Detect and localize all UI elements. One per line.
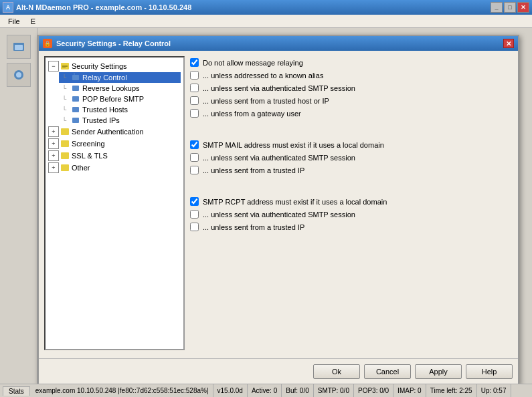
tree-icon-sender	[60, 127, 70, 136]
checkbox-trusted-ip-2[interactable]	[190, 166, 199, 174]
checkbox-smtp-mail-local[interactable]	[190, 140, 199, 149]
tree-icon-other	[60, 163, 70, 172]
tree-expander-other[interactable]: +	[48, 162, 59, 173]
checkbox-trusted-ip-3[interactable]	[190, 223, 199, 231]
status-version: v15.0.0d	[213, 384, 248, 397]
svg-rect-5	[62, 65, 68, 65]
tree-icon-trusted-hosts	[71, 105, 80, 114]
checkbox-auth-smtp-1[interactable]	[190, 84, 199, 92]
tree-item-reverse-lookups[interactable]: └ Reverse Lookups	[59, 83, 181, 94]
svg-rect-15	[61, 140, 69, 147]
sidebar-icon-2[interactable]	[7, 63, 31, 87]
tree-icon-trusted-ips	[71, 116, 80, 125]
checkbox-auth-smtp-3[interactable]	[190, 210, 199, 219]
tree-label-trusted-ips: Trusted IPs	[82, 116, 120, 124]
tree-item-relay-control[interactable]: └ Relay Control	[59, 72, 181, 83]
svg-rect-11	[72, 96, 79, 102]
svg-rect-1	[15, 45, 23, 50]
status-uptime: Up: 0:57	[477, 384, 511, 397]
dialog-content: − Security Settings └	[39, 51, 518, 358]
svg-rect-7	[62, 68, 66, 68]
section-relay: Do not allow message relaying ... unless…	[189, 56, 513, 120]
status-server-info: example.com 10.10.50.248 |fe80::7d62:c55…	[31, 384, 213, 397]
checkbox-row-10: ... unless sent via authenticated SMTP s…	[189, 208, 513, 221]
tree-label-reverse-lookups: Reverse Lookups	[82, 84, 140, 92]
svg-point-3	[16, 72, 21, 78]
close-window-button[interactable]: ✕	[517, 2, 529, 13]
label-trusted-host-ip: ... unless sent from a trusted host or I…	[203, 97, 329, 105]
tree-icon-relay	[71, 73, 80, 82]
tree-item-sender-auth[interactable]: + Sender Authentication	[48, 126, 181, 138]
tree-item-pop-before-smtp[interactable]: └ POP Before SMTP	[59, 94, 181, 104]
svg-rect-12	[72, 107, 79, 112]
checkbox-row-3: ... unless sent via authenticated SMTP s…	[189, 82, 513, 94]
tree-item-screening[interactable]: + Screening	[48, 138, 181, 150]
tree-item-ssl-tls[interactable]: + SSL & TLS	[48, 150, 181, 162]
checkbox-auth-smtp-2[interactable]	[190, 153, 199, 162]
tree-label-trusted-hosts: Trusted Hosts	[82, 106, 128, 114]
menu-edit[interactable]: E	[25, 16, 41, 27]
checkbox-smtp-rcpt-local[interactable]	[190, 197, 199, 206]
status-pop3: POP3: 0/0	[354, 384, 393, 397]
section-smtp-mail: SMTP MAIL address must exist if it uses …	[189, 138, 513, 176]
dialog-close-button[interactable]: ✕	[503, 39, 514, 48]
checkbox-known-alias[interactable]	[190, 71, 199, 80]
sidebar-icon-1[interactable]	[7, 35, 31, 59]
label-auth-smtp-2: ... unless sent via authenticated SMTP s…	[203, 154, 355, 162]
content-panel: Do not allow message relaying ... unless…	[189, 56, 513, 353]
menu-bar: File E	[0, 15, 532, 28]
checkbox-row-8: ... unless sent from a trusted IP	[189, 164, 513, 176]
checkbox-row-6: SMTP MAIL address must exist if it uses …	[189, 138, 513, 151]
status-bar: Stats example.com 10.10.50.248 |fe80::7d…	[0, 384, 532, 397]
tree-line-3: └	[59, 96, 70, 102]
tree-expander-security[interactable]: −	[48, 61, 59, 72]
checkbox-row-11: ... unless sent from a trusted IP	[189, 221, 513, 233]
status-smtp: SMTP: 0/0	[314, 384, 354, 397]
tree-icon-reverse	[71, 84, 80, 93]
ok-button[interactable]: Ok	[313, 364, 360, 379]
window-title: Alt-N MDaemon PRO - example.com - 10.10.…	[16, 3, 191, 11]
status-time-left: Time left: 2:25	[426, 384, 477, 397]
label-known-alias: ... unless addressed to a known alias	[203, 72, 323, 80]
window-controls: _ □ ✕	[491, 2, 529, 13]
cancel-button[interactable]: Cancel	[364, 364, 411, 379]
help-button[interactable]: Help	[466, 364, 513, 379]
checkbox-gateway-user[interactable]	[190, 109, 199, 118]
label-gateway-user: ... unless from a gateway user	[203, 110, 301, 118]
checkbox-no-relaying[interactable]	[190, 58, 199, 67]
stats-tab[interactable]: Stats	[3, 386, 30, 396]
apply-button[interactable]: Apply	[415, 364, 462, 379]
tree-icon-pop	[71, 94, 80, 104]
checkbox-row-9: SMTP RCPT address must exist if it uses …	[189, 195, 513, 208]
status-active: Active: 0	[248, 384, 282, 397]
label-auth-smtp-1: ... unless sent via authenticated SMTP s…	[203, 84, 355, 92]
label-no-relaying: Do not allow message relaying	[203, 59, 303, 67]
tree-label-relay-control: Relay Control	[82, 74, 127, 82]
tree-line-5: └	[59, 117, 70, 124]
tree-label-screening: Screening	[72, 140, 105, 148]
checkbox-row-2: ... unless addressed to a known alias	[189, 69, 513, 82]
svg-rect-17	[61, 164, 69, 171]
tree-expander-ssl[interactable]: +	[48, 150, 59, 161]
sidebar-icons	[0, 28, 37, 384]
minimize-button[interactable]: _	[491, 2, 503, 13]
checkbox-row-7: ... unless sent via authenticated SMTP s…	[189, 151, 513, 164]
checkbox-row-5: ... unless from a gateway user	[189, 107, 513, 120]
tree-item-security-settings[interactable]: − Security Settings	[48, 60, 181, 72]
tree-item-other[interactable]: + Other	[48, 162, 181, 174]
tree-item-trusted-hosts[interactable]: └ Trusted Hosts	[59, 104, 181, 115]
svg-rect-6	[62, 66, 68, 67]
status-buf: Buf: 0/0	[282, 384, 313, 397]
menu-file[interactable]: File	[3, 16, 25, 27]
checkbox-trusted-host-ip[interactable]	[190, 96, 199, 105]
tree-icon-screening	[60, 139, 70, 148]
tree-expander-screening[interactable]: +	[48, 138, 59, 149]
tree-children: └ Relay Control └	[48, 72, 181, 126]
checkbox-row-4: ... unless sent from a trusted host or I…	[189, 94, 513, 107]
tree-expander-sender[interactable]: +	[48, 126, 59, 137]
tree-item-trusted-ips[interactable]: └ Trusted IPs	[59, 115, 181, 126]
maximize-button[interactable]: □	[504, 2, 516, 13]
title-bar: A Alt-N MDaemon PRO - example.com - 10.1…	[0, 0, 532, 15]
tree-panel: − Security Settings └	[44, 56, 185, 350]
label-smtp-mail-local: SMTP MAIL address must exist if it uses …	[203, 141, 384, 149]
